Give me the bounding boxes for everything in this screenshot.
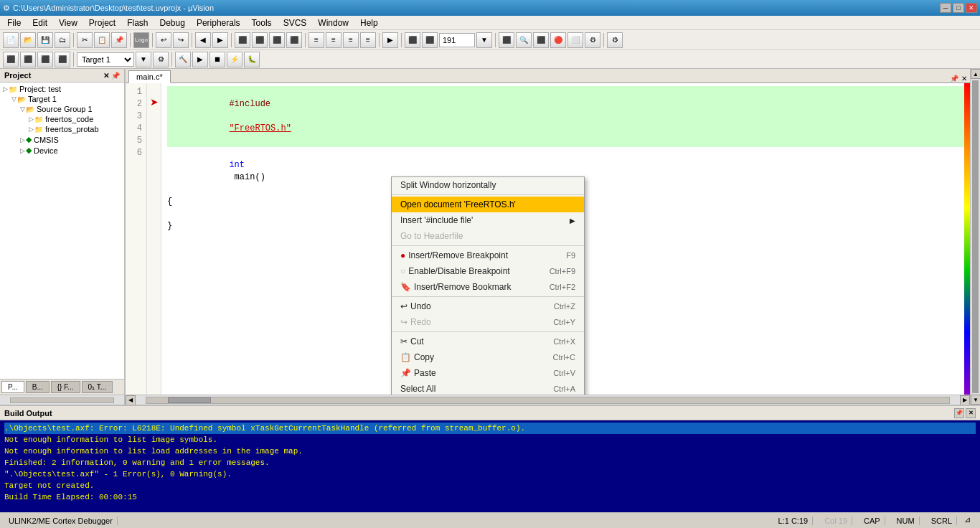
minimize-button[interactable]: ─ (940, 3, 951, 13)
ctx-copy[interactable]: 📋 Copy Ctrl+C (392, 349, 584, 365)
tb-cut[interactable]: ✂ (77, 32, 93, 48)
hscroll-thumb[interactable] (168, 397, 211, 403)
panel-tab-templates[interactable]: 0₁ T... (82, 381, 113, 393)
tb-align-e[interactable]: ≡ (360, 32, 376, 48)
tb2-dropdown[interactable]: ▼ (136, 52, 151, 67)
ctx-open-document[interactable]: Open document 'FreeRTOS.h' (392, 197, 584, 212)
tb-c1[interactable]: ⬛ (405, 32, 420, 48)
ctx-insert-include[interactable]: Insert '#include file' ▶ (392, 212, 584, 228)
status-num: NUM (892, 517, 920, 525)
ctx-paste[interactable]: 📌 Paste Ctrl+V (392, 365, 584, 381)
tb-dropdown[interactable]: ▼ (476, 32, 492, 48)
tb-d6[interactable]: ⚙ (585, 32, 600, 48)
tb-settings[interactable]: ⚙ (607, 32, 623, 48)
tb2-flash[interactable]: ⚡ (227, 52, 242, 67)
tb-open[interactable]: 📂 (20, 32, 36, 48)
tree-item-project[interactable]: ▷ 📁 Project: test (1, 84, 123, 94)
panel-tab-books[interactable]: B... (26, 381, 50, 393)
menu-edit[interactable]: Edit (27, 16, 53, 29)
menu-project[interactable]: Project (83, 16, 121, 29)
build-output-content[interactable]: .\Objects\test.axf: Error: L6218E: Undef… (0, 420, 980, 512)
tree-item-target[interactable]: ▽ 📂 Target 1 (1, 94, 123, 104)
tb-d3[interactable]: ⬛ (533, 32, 549, 48)
editor-hscroll[interactable]: ◀ ▶ (126, 395, 970, 405)
target-selector[interactable]: Target 1 (77, 52, 134, 67)
menu-peripherals[interactable]: Peripherals (191, 16, 246, 29)
vscroll-down-btn[interactable]: ▼ (971, 395, 980, 405)
line-number-input[interactable] (439, 33, 475, 47)
ctx-bookmark[interactable]: 🔖 Insert/Remove Bookmark Ctrl+F2 (392, 279, 584, 295)
tb-start[interactable]: ▶ (382, 32, 398, 48)
tb2-target-options[interactable]: ⚙ (153, 52, 169, 67)
ctx-breakpoint[interactable]: ● Insert/Remove Breakpoint F9 (392, 248, 584, 263)
tb-redo[interactable]: ↪ (173, 32, 189, 48)
tb2-b2[interactable]: ⬛ (20, 52, 36, 67)
hscroll-left-btn[interactable]: ◀ (126, 395, 136, 405)
tree-item-device[interactable]: ▷ ◆ Device (1, 145, 123, 156)
gutter-line-1 (147, 83, 161, 95)
tb2-b4[interactable]: ⬛ (55, 52, 70, 67)
vscroll-thumb[interactable] (972, 80, 979, 393)
project-panel-title: Project (4, 71, 31, 80)
tb-undo[interactable]: ↩ (156, 32, 171, 48)
status-resize-icon[interactable]: ⊿ (964, 515, 976, 527)
menu-tools[interactable]: Tools (246, 16, 278, 29)
tb-b2[interactable]: ⬛ (252, 32, 268, 48)
tb2-b1[interactable]: ⬛ (3, 52, 19, 67)
tb-d4[interactable]: 🔴 (550, 32, 566, 48)
tb2-b3[interactable]: ⬛ (37, 52, 53, 67)
tb-align-r[interactable]: ≡ (326, 32, 341, 48)
tb-d5[interactable]: ⬜ (567, 32, 583, 48)
ctx-split-window[interactable]: Split Window horizontally (392, 177, 584, 193)
menu-help[interactable]: Help (354, 16, 384, 29)
editor-vscroll[interactable]: ▲ ▼ (970, 69, 980, 405)
ctx-select-all[interactable]: Select All Ctrl+A (392, 381, 584, 395)
tb2-debug[interactable]: 🐛 (244, 52, 260, 67)
tree-item-cmsis[interactable]: ▷ ◆ CMSIS (1, 134, 123, 145)
tb-save[interactable]: 💾 (37, 32, 53, 48)
tree-item-source-group[interactable]: ▽ 📂 Source Group 1 (1, 104, 123, 114)
tb-b1[interactable]: ⬛ (235, 32, 250, 48)
vscroll-up-btn[interactable]: ▲ (971, 69, 980, 79)
tab-main-c[interactable]: main.c* (128, 70, 171, 83)
tb-align-l[interactable]: ≡ (308, 32, 324, 48)
maximize-button[interactable]: □ (953, 3, 964, 13)
tb-b4[interactable]: ⬛ (286, 32, 302, 48)
menu-debug[interactable]: Debug (154, 16, 191, 29)
tb-c2[interactable]: ⬛ (422, 32, 438, 48)
tb-d1[interactable]: ⬛ (499, 32, 514, 48)
menu-file[interactable]: File (1, 16, 27, 29)
tab-close-icon[interactable]: ✕ (961, 75, 967, 82)
tb2-build[interactable]: 🔨 (175, 52, 191, 67)
ctx-undo[interactable]: ↩ Undo Ctrl+Z (392, 298, 584, 314)
tree-item-freertos-protab[interactable]: ▷ 📁 freertos_protab (1, 124, 123, 134)
tb-d2[interactable]: 🔍 (516, 32, 532, 48)
build-close-btn[interactable]: ✕ (966, 408, 976, 418)
tree-item-freertos-code[interactable]: ▷ 📁 freertos_code (1, 114, 123, 124)
tb-save-all[interactable]: 🗂 (55, 32, 70, 48)
tb-new[interactable]: 📄 (3, 32, 19, 48)
menu-svcs[interactable]: SVCS (278, 16, 313, 29)
ctx-enable-bp[interactable]: ○ Enable/Disable Breakpoint Ctrl+F9 (392, 263, 584, 279)
menu-view[interactable]: View (53, 16, 83, 29)
tb-copy[interactable]: 📋 (94, 32, 110, 48)
tab-pin-icon[interactable]: 📌 (950, 75, 958, 82)
tb2-stop[interactable]: ⏹ (209, 52, 225, 67)
close-button[interactable]: ✕ (966, 3, 977, 13)
project-hscroll[interactable] (0, 395, 124, 405)
panel-tab-project[interactable]: P... (1, 381, 24, 393)
include-string[interactable]: "FreeRTOS.h" (229, 123, 291, 133)
ctx-cut[interactable]: ✂ Cut Ctrl+X (392, 334, 584, 349)
tb2-sep2 (171, 52, 172, 67)
hscroll-right-btn[interactable]: ▶ (960, 395, 970, 405)
tb-paste[interactable]: 📌 (111, 32, 127, 48)
menu-flash[interactable]: Flash (121, 16, 154, 29)
menu-window[interactable]: Window (312, 16, 354, 29)
tb-b3[interactable]: ⬛ (269, 32, 285, 48)
tb-fwd[interactable]: ▶ (212, 32, 228, 48)
tb-align-m[interactable]: ≡ (343, 32, 359, 48)
build-pin-btn[interactable]: 📌 (954, 408, 964, 418)
panel-tab-functions[interactable]: {} F... (51, 381, 80, 393)
tb-back[interactable]: ◀ (195, 32, 211, 48)
tb2-run[interactable]: ▶ (192, 52, 208, 67)
